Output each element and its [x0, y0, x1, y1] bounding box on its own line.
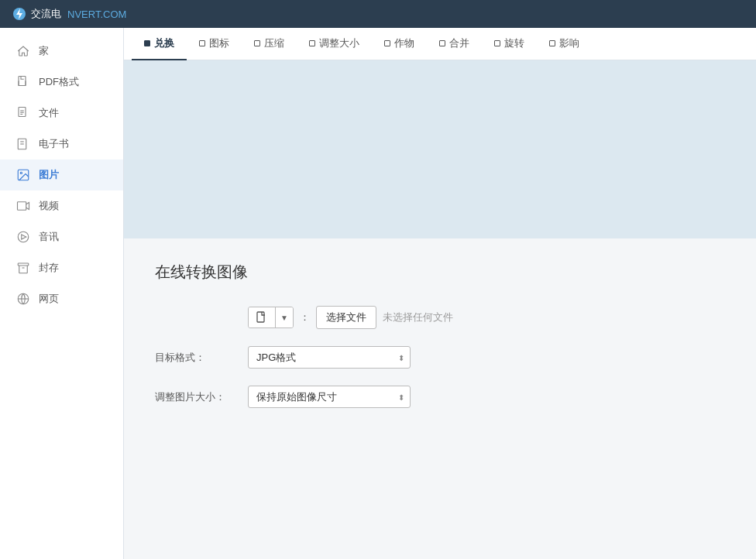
tab-effect-label: 影响 — [559, 36, 579, 50]
tab-crop-indicator — [384, 40, 390, 46]
sidebar-item-doc[interactable]: 文件 — [0, 98, 123, 129]
home-icon — [15, 43, 31, 59]
resize-row: 调整图片大小： 保持原始图像尺寸 自定义大小 640×480 800×600 1… — [155, 386, 725, 408]
file-btn-main[interactable] — [249, 307, 275, 328]
sidebar-item-ebook[interactable]: 电子书 — [0, 129, 123, 159]
tab-effect-indicator — [549, 40, 555, 46]
tab-icon-indicator — [199, 40, 205, 46]
sidebar-label-image: 图片 — [39, 168, 59, 182]
sidebar-label-doc: 文件 — [39, 106, 59, 120]
navbar-brand: NVERT.COM — [67, 9, 126, 20]
svg-rect-2 — [19, 77, 26, 86]
tab-icon[interactable]: 图标 — [187, 28, 242, 60]
resize-select[interactable]: 保持原始图像尺寸 自定义大小 640×480 800×600 1024×768 … — [248, 386, 411, 408]
pdf-icon — [15, 74, 31, 90]
bolt-icon — [12, 7, 26, 21]
file-input-group: ▼ ： 选择文件 未选择任何文件 — [248, 306, 453, 329]
sidebar-item-home[interactable]: 家 — [0, 36, 123, 67]
resize-select-wrap: 保持原始图像尺寸 自定义大小 640×480 800×600 1024×768 … — [248, 386, 411, 408]
target-format-select[interactable]: JPG格式 PNG格式 BMP格式 GIF格式 WebP格式 TIFF格式 IC… — [248, 346, 411, 369]
tab-convert-indicator — [144, 40, 150, 46]
svg-rect-3 — [19, 108, 26, 117]
tab-rotate-indicator — [494, 40, 500, 46]
sidebar-label-archive: 封存 — [39, 261, 59, 275]
sidebar-item-web[interactable]: 网页 — [0, 283, 123, 314]
svg-point-11 — [20, 172, 22, 173]
target-format-select-wrap: JPG格式 PNG格式 BMP格式 GIF格式 WebP格式 TIFF格式 IC… — [248, 346, 411, 369]
sidebar-label-video: 视频 — [39, 199, 59, 213]
tab-compress-indicator — [254, 40, 260, 46]
tab-resize[interactable]: 调整大小 — [297, 28, 372, 60]
tab-crop-label: 作物 — [394, 36, 414, 50]
tab-rotate-label: 旋转 — [504, 36, 524, 50]
sidebar-label-web: 网页 — [39, 292, 59, 306]
sidebar-label-ebook: 电子书 — [39, 137, 69, 151]
video-icon — [15, 198, 31, 214]
tab-convert-label: 兑换 — [154, 36, 174, 50]
svg-rect-12 — [18, 202, 26, 211]
web-icon — [15, 291, 31, 307]
form-area: 在线转换图像 ▼ ： 选择文件 — [124, 238, 756, 559]
tab-effect[interactable]: 影响 — [537, 28, 592, 60]
colon-separator: ： — [300, 310, 310, 324]
sidebar-item-archive[interactable]: 封存 — [0, 252, 123, 283]
tab-crop[interactable]: 作物 — [372, 28, 427, 60]
sidebar: 家 PDF格式 文件 电子书 图片 — [0, 28, 124, 559]
layout: 家 PDF格式 文件 电子书 图片 — [0, 28, 756, 559]
tab-compress[interactable]: 压缩 — [242, 28, 297, 60]
target-format-row: 目标格式： JPG格式 PNG格式 BMP格式 GIF格式 WebP格式 TIF… — [155, 346, 725, 369]
doc-icon — [15, 105, 31, 121]
no-file-text: 未选择任何文件 — [383, 310, 453, 324]
sidebar-item-video[interactable]: 视频 — [0, 190, 123, 221]
file-icon — [256, 311, 267, 324]
tab-icon-label: 图标 — [209, 36, 229, 50]
file-row: ▼ ： 选择文件 未选择任何文件 — [155, 306, 725, 329]
svg-rect-18 — [257, 312, 264, 322]
ebook-icon — [15, 136, 31, 152]
navbar-logo: 交流电 NVERT.COM — [12, 7, 126, 21]
resize-label: 调整图片大小： — [155, 390, 248, 404]
sidebar-label-pdf: PDF格式 — [39, 75, 79, 89]
tab-merge-indicator — [439, 40, 445, 46]
tab-resize-label: 调整大小 — [319, 36, 359, 50]
tab-resize-indicator — [309, 40, 315, 46]
tab-merge[interactable]: 合并 — [427, 28, 482, 60]
archive-icon — [15, 260, 31, 276]
file-btn-dropdown[interactable]: ▼ — [275, 307, 293, 328]
tab-rotate[interactable]: 旋转 — [482, 28, 537, 60]
form-title: 在线转换图像 — [155, 262, 725, 283]
navbar-logo-text: 交流电 — [31, 7, 61, 21]
file-btn-wrap: ▼ — [248, 307, 294, 328]
main-content: 兑换 图标 压缩 调整大小 作物 合并 — [124, 28, 756, 559]
navbar: 交流电 NVERT.COM — [0, 0, 756, 28]
svg-rect-14 — [18, 263, 29, 266]
choose-file-button[interactable]: 选择文件 — [316, 306, 376, 329]
tabs-bar: 兑换 图标 压缩 调整大小 作物 合并 — [124, 28, 756, 60]
sidebar-label-home: 家 — [39, 44, 49, 58]
tab-compress-label: 压缩 — [264, 36, 284, 50]
sidebar-item-image[interactable]: 图片 — [0, 159, 123, 190]
sidebar-item-pdf[interactable]: PDF格式 — [0, 67, 123, 98]
banner-area — [124, 60, 756, 238]
target-format-label: 目标格式： — [155, 351, 248, 365]
tab-convert[interactable]: 兑换 — [132, 28, 187, 60]
image-icon — [15, 167, 31, 183]
sidebar-item-audio[interactable]: 音讯 — [0, 221, 123, 252]
tab-merge-label: 合并 — [449, 36, 469, 50]
audio-icon — [15, 229, 31, 245]
sidebar-label-audio: 音讯 — [39, 230, 59, 244]
